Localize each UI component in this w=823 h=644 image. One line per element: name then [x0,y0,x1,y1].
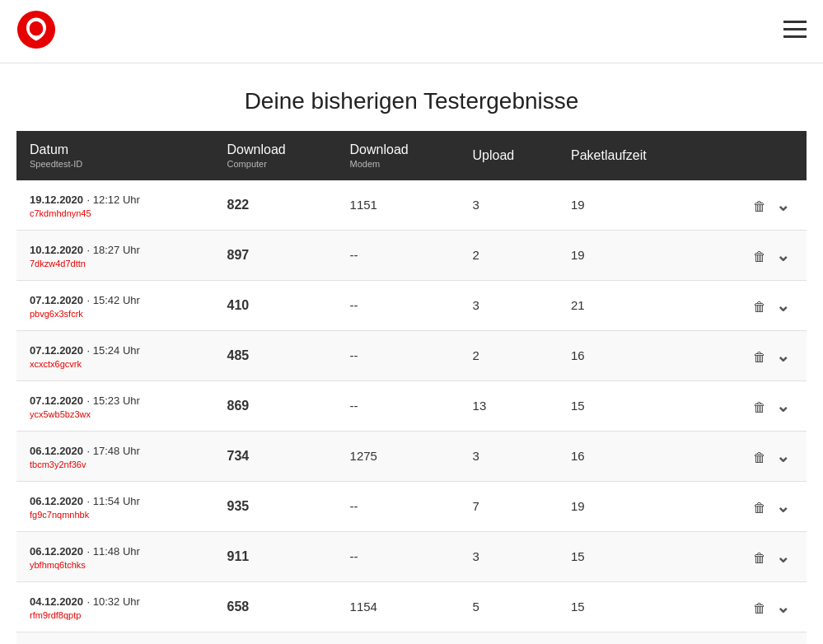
paket-value: 21 [571,298,585,312]
dl-computer-value: 897 [227,248,250,262]
cell-date-9: 04.12.2020 · 10:30 Uhr xvw77yck2cpp [16,632,214,645]
delete-button[interactable] [750,546,769,570]
dl-modem-value: -- [350,399,358,413]
hamburger-icon [783,21,807,39]
date-text: 04.12.2020 [30,595,83,608]
delete-icon [753,348,766,365]
expand-button[interactable] [773,292,793,319]
cell-actions-0 [705,180,807,231]
cell-dl-computer-0: 822 [214,180,337,231]
cell-paket-4: 15 [558,381,705,432]
cell-date-4: 07.12.2020 · 15:23 Uhr ycx5wb5bz3wx [16,381,214,432]
upload-value: 7 [473,499,479,513]
table-row: 19.12.2020 · 12:12 Uhr c7kdmhdnyn45 822 … [16,180,807,231]
delete-button[interactable] [750,295,769,319]
time-text: · 11:48 Uhr [87,545,140,558]
svg-rect-3 [783,35,807,38]
paket-value: 16 [571,348,585,362]
paket-value: 19 [571,248,585,262]
upload-value: 5 [473,600,479,614]
hamburger-menu-button[interactable] [783,19,807,44]
expand-button[interactable] [773,192,793,218]
delete-icon [753,198,766,214]
cell-actions-1 [705,231,807,281]
dl-modem-value: 1151 [350,198,377,212]
time-text: · 17:48 Uhr [87,445,140,457]
expand-button[interactable] [773,594,793,620]
cell-upload-7: 3 [460,532,558,582]
upload-value: 13 [473,399,487,413]
time-text: · 15:42 Uhr [87,294,140,306]
table-row: 06.12.2020 · 17:48 Uhr tbcm3y2nf36v 734 … [16,432,807,482]
cell-upload-4: 13 [460,381,558,432]
cell-upload-2: 3 [460,281,558,331]
expand-button[interactable] [773,343,793,369]
date-text: 07.12.2020 [30,344,83,357]
cell-actions-9 [705,632,807,645]
speedtest-id: xcxctx6gcvrk [30,359,201,369]
paket-value: 19 [571,499,585,513]
dl-computer-value: 822 [227,198,250,212]
chevron-down-icon [776,449,790,465]
delete-icon [753,248,766,264]
col-upload: Upload [460,131,558,180]
dl-computer-value: 658 [227,600,250,614]
cell-upload-1: 2 [460,231,558,281]
cell-date-3: 07.12.2020 · 15:24 Uhr xcxctx6gcvrk [16,331,214,381]
chevron-down-icon [776,600,790,616]
delete-button[interactable] [750,245,769,268]
date-text: 19.12.2020 [30,194,83,206]
speedtest-id: c7kdmhdnyn45 [30,208,201,218]
cell-dl-computer-8: 658 [214,582,337,632]
table-row: 04.12.2020 · 10:30 Uhr xvw77yck2cpp 670 … [16,632,807,645]
cell-actions-7 [705,532,807,582]
cell-actions-2 [705,281,807,331]
delete-icon [753,549,766,566]
delete-button[interactable] [750,194,769,218]
upload-value: 2 [473,248,479,262]
expand-button[interactable] [773,493,793,520]
cell-dl-computer-1: 897 [214,231,337,281]
col-download-computer: Download Computer [214,131,337,180]
col-paketlaufzeit: Paketlaufzeit [558,131,705,180]
dl-computer-value: 734 [227,449,250,463]
cell-paket-2: 21 [558,281,705,331]
upload-value: 3 [473,549,479,563]
vodafone-logo [16,10,56,49]
cell-upload-8: 5 [460,582,558,632]
cell-paket-5: 16 [558,432,705,482]
cell-date-0: 19.12.2020 · 12:12 Uhr c7kdmhdnyn45 [16,180,214,231]
expand-button[interactable] [773,443,793,469]
delete-button[interactable] [750,496,769,520]
table-row: 07.12.2020 · 15:23 Uhr ycx5wb5bz3wx 869 … [16,381,807,432]
delete-button[interactable] [750,446,769,469]
table-row: 07.12.2020 · 15:24 Uhr xcxctx6gcvrk 485 … [16,331,807,381]
dl-modem-value: -- [350,549,358,563]
chevron-down-icon [776,248,790,264]
site-header [0,0,823,63]
dl-computer-value: 935 [227,499,250,513]
cell-date-2: 07.12.2020 · 15:42 Uhr pbvg6x3sfcrk [16,281,214,331]
col-download-modem: Download Modem [337,131,460,180]
expand-button[interactable] [773,242,793,268]
cell-upload-6: 7 [460,482,558,532]
expand-button[interactable] [773,544,793,570]
svg-rect-1 [783,21,807,23]
delete-button[interactable] [750,345,769,369]
cell-paket-3: 16 [558,331,705,381]
cell-actions-3 [705,331,807,381]
col-actions [705,131,807,180]
speedtest-id: pbvg6x3sfcrk [30,309,201,319]
delete-button[interactable] [750,596,769,620]
expand-button[interactable] [773,393,793,419]
speedtest-id: fg9c7nqmnhbk [30,510,201,520]
cell-date-6: 06.12.2020 · 11:54 Uhr fg9c7nqmnhbk [16,482,214,532]
speedtest-id: 7dkzw4d7dttn [30,259,201,268]
dl-modem-value: -- [350,348,358,362]
table-row: 04.12.2020 · 10:32 Uhr rfm9rdf8qptp 658 … [16,582,807,632]
time-text: · 15:24 Uhr [87,344,140,357]
delete-icon [753,298,766,315]
delete-icon [753,399,766,415]
results-table-container: Datum Speedtest-ID Download Computer Dow… [0,131,823,644]
delete-button[interactable] [750,395,769,419]
